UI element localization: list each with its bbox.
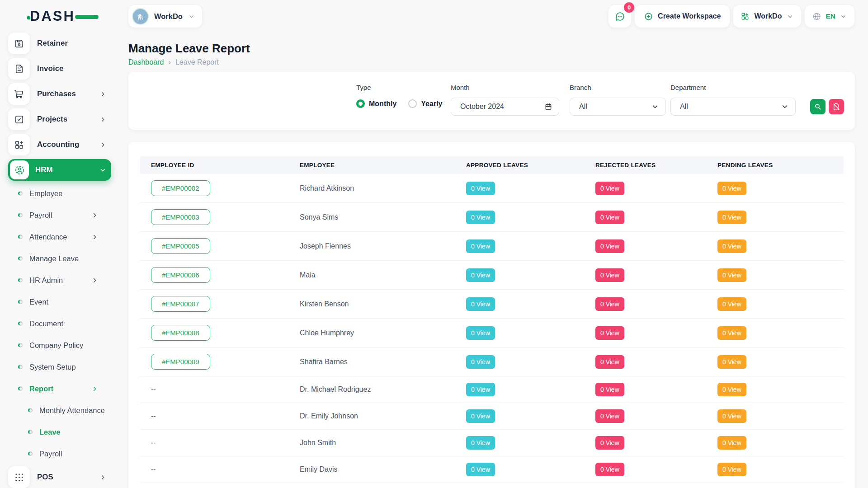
sidebar-item-payroll[interactable]: Payroll bbox=[8, 206, 111, 224]
language-label: EN bbox=[826, 12, 835, 20]
approved-views-badge[interactable]: 0 View bbox=[466, 297, 495, 311]
type-option-yearly[interactable]: Yearly bbox=[408, 99, 442, 108]
chevron-right-icon bbox=[99, 141, 107, 149]
table-row: --John Smith0 View0 View0 View bbox=[140, 430, 844, 456]
sidebar-item-employee[interactable]: Employee bbox=[8, 184, 111, 202]
sidebar-item-payroll[interactable]: Payroll bbox=[8, 445, 111, 463]
sidebar-item-monthly-attendance[interactable]: Monthly Attendance bbox=[8, 401, 111, 419]
department-select[interactable]: All bbox=[670, 98, 796, 116]
employee-id-badge[interactable]: #EMP00005 bbox=[151, 238, 210, 254]
messages-button[interactable]: 0 bbox=[609, 5, 631, 28]
sidebar-item-leave[interactable]: Leave bbox=[8, 423, 111, 441]
sidebar-item-document[interactable]: Document bbox=[8, 314, 111, 333]
pending-views-badge[interactable]: 0 View bbox=[717, 463, 746, 476]
rejected-views-badge[interactable]: 0 View bbox=[595, 383, 624, 396]
sidebar-item-purchases[interactable]: Purchases bbox=[8, 83, 111, 105]
cart-icon bbox=[8, 83, 30, 105]
chevron-down-icon bbox=[840, 13, 847, 20]
approved-views-badge[interactable]: 0 View bbox=[466, 268, 495, 282]
main-content: Manage Leave Report Dashboard › Leave Re… bbox=[128, 42, 855, 488]
employee-id-badge[interactable]: #EMP00009 bbox=[151, 354, 210, 370]
approved-views-badge[interactable]: 0 View bbox=[466, 182, 495, 195]
approved-views-badge[interactable]: 0 View bbox=[466, 463, 495, 476]
sidebar-item-manage-leave[interactable]: Manage Leave bbox=[8, 249, 111, 267]
rejected-views-badge[interactable]: 0 View bbox=[595, 355, 624, 369]
sidebar-item-retainer[interactable]: Retainer bbox=[8, 33, 111, 54]
pending-views-badge[interactable]: 0 View bbox=[717, 297, 746, 311]
file-off-icon bbox=[832, 103, 840, 111]
file-icon bbox=[8, 58, 30, 80]
type-option-monthly[interactable]: Monthly bbox=[356, 99, 396, 108]
employee-id-badge[interactable]: #EMP00003 bbox=[151, 209, 210, 225]
pending-views-badge[interactable]: 0 View bbox=[717, 355, 746, 369]
search-icon bbox=[814, 103, 822, 111]
rejected-views-badge[interactable]: 0 View bbox=[595, 463, 624, 476]
bullet-icon bbox=[18, 300, 23, 304]
sidebar-item-system-setup[interactable]: System Setup bbox=[8, 358, 111, 376]
employee-id-badge[interactable]: #EMP00002 bbox=[151, 180, 210, 196]
sidebar-item-pos[interactable]: POS bbox=[8, 466, 111, 488]
sidebar-item-report[interactable]: Report bbox=[8, 380, 111, 398]
pending-views-badge[interactable]: 0 View bbox=[717, 383, 746, 396]
approved-views-badge[interactable]: 0 View bbox=[466, 239, 495, 253]
rejected-views-badge[interactable]: 0 View bbox=[595, 268, 624, 282]
rejected-views-badge[interactable]: 0 View bbox=[595, 211, 624, 224]
radio-label: Yearly bbox=[421, 100, 442, 108]
sidebar-item-label: Retainer bbox=[37, 39, 68, 48]
sidebar-item-accounting[interactable]: Accounting bbox=[8, 134, 111, 155]
rejected-views-badge[interactable]: 0 View bbox=[595, 326, 624, 340]
sidebar-item-hrm[interactable]: HRM bbox=[8, 159, 111, 181]
workdo-apps-dropdown[interactable]: WorkDo bbox=[733, 5, 801, 28]
approved-views-badge[interactable]: 0 View bbox=[466, 211, 495, 224]
rejected-views-badge[interactable]: 0 View bbox=[595, 239, 624, 253]
search-button[interactable] bbox=[810, 99, 826, 114]
pending-views-badge[interactable]: 0 View bbox=[717, 436, 746, 450]
rejected-views-badge[interactable]: 0 View bbox=[595, 409, 624, 423]
sidebar-item-projects[interactable]: Projects bbox=[8, 108, 111, 130]
approved-views-badge[interactable]: 0 View bbox=[466, 326, 495, 340]
employee-id-badge[interactable]: #EMP00006 bbox=[151, 267, 210, 283]
employee-name: John Smith bbox=[300, 439, 336, 446]
language-dropdown[interactable]: EN bbox=[805, 5, 854, 28]
workspace-switcher[interactable]: WorkDo bbox=[128, 5, 202, 28]
month-input[interactable]: October 2024 bbox=[451, 98, 559, 116]
rejected-views-badge[interactable]: 0 View bbox=[595, 182, 624, 195]
pending-views-badge[interactable]: 0 View bbox=[717, 239, 746, 253]
rejected-views-badge[interactable]: 0 View bbox=[595, 297, 624, 311]
pending-views-badge[interactable]: 0 View bbox=[717, 182, 746, 195]
plus-circle-icon bbox=[644, 12, 653, 21]
employee-id-badge[interactable]: #EMP00008 bbox=[151, 325, 210, 341]
pending-views-badge[interactable]: 0 View bbox=[717, 409, 746, 423]
employee-name: Kirsten Benson bbox=[300, 300, 349, 308]
pending-views-badge[interactable]: 0 View bbox=[717, 268, 746, 282]
rejected-views-badge[interactable]: 0 View bbox=[595, 436, 624, 450]
approved-views-badge[interactable]: 0 View bbox=[466, 355, 495, 369]
breadcrumb-separator-icon: › bbox=[168, 58, 171, 67]
employee-id-empty: -- bbox=[151, 465, 156, 473]
create-workspace-button[interactable]: Create Workspace bbox=[635, 5, 730, 28]
column-rejected-leaves: REJECTED LEAVES bbox=[595, 156, 717, 174]
page-title: Manage Leave Report bbox=[128, 42, 855, 55]
breadcrumb-dashboard-link[interactable]: Dashboard bbox=[128, 58, 164, 66]
sidebar-item-hr-admin[interactable]: HR Admin bbox=[8, 271, 111, 289]
approved-views-badge[interactable]: 0 View bbox=[466, 383, 495, 396]
branch-select[interactable]: All bbox=[570, 98, 666, 116]
leave-report-table-card: EMPLOYEE ID EMPLOYEE APPROVED LEAVES REJ… bbox=[128, 142, 855, 488]
table-row: #EMP00005Joseph Fiennes0 View0 View0 Vie… bbox=[140, 232, 844, 261]
pending-views-badge[interactable]: 0 View bbox=[717, 211, 746, 224]
dash-logo[interactable]: DASH bbox=[8, 0, 111, 33]
sidebar-item-event[interactable]: Event bbox=[8, 293, 111, 311]
bullet-icon bbox=[18, 365, 23, 369]
approved-views-badge[interactable]: 0 View bbox=[466, 409, 495, 423]
pending-views-badge[interactable]: 0 View bbox=[717, 326, 746, 340]
sidebar-item-company-policy[interactable]: Company Policy bbox=[8, 336, 111, 354]
employee-name: Emily Davis bbox=[300, 465, 338, 473]
sidebar-item-invoice[interactable]: Invoice bbox=[8, 58, 111, 80]
reset-button[interactable] bbox=[829, 99, 844, 114]
approved-views-badge[interactable]: 0 View bbox=[466, 436, 495, 450]
sidebar-item-label: Document bbox=[29, 319, 63, 328]
employee-id-badge[interactable]: #EMP00007 bbox=[151, 296, 210, 312]
employee-name: Dr. Michael Rodriguez bbox=[300, 385, 371, 393]
save-icon bbox=[8, 33, 30, 54]
sidebar-item-attendance[interactable]: Attendance bbox=[8, 228, 111, 246]
